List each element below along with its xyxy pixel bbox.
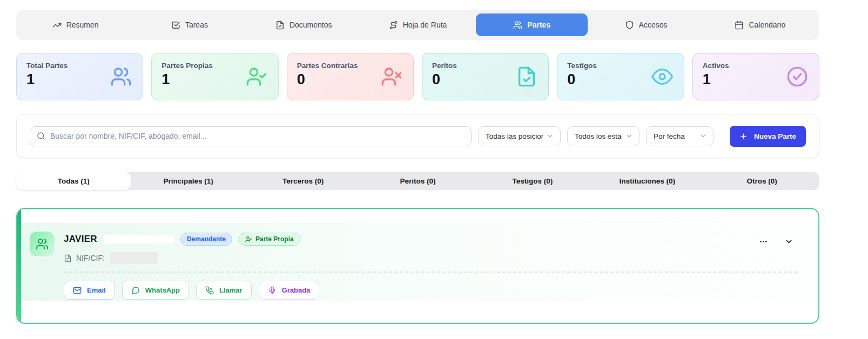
stat-card-partes-contrarias: Partes Contrarias 0: [287, 53, 414, 100]
tab-label: Calendario: [749, 21, 785, 29]
chevron-down-icon: [625, 132, 633, 140]
toolbar: Todas las posiciones Todos los estados P…: [16, 114, 819, 158]
more-options-button[interactable]: [758, 236, 769, 247]
eye-icon: [651, 66, 673, 87]
category-tab-label: Testigos (0): [513, 177, 553, 185]
status-filter-dropdown[interactable]: Todos los estados: [567, 126, 640, 146]
tab-accesos[interactable]: Accesos: [590, 13, 702, 36]
search-box[interactable]: [30, 126, 472, 146]
stat-card-activos: Activos 1: [692, 53, 819, 100]
category-tab-todas[interactable]: Todas (1): [16, 172, 131, 190]
party-info: JAVIER Demandante Parte Propia NIF/CIF:: [64, 232, 749, 264]
search-input[interactable]: [50, 132, 465, 140]
mail-icon: [73, 286, 82, 295]
tab-label: Accesos: [639, 21, 668, 29]
stat-card-peritos: Peritos 0: [422, 53, 549, 100]
whatsapp-button-label: WhatsApp: [145, 286, 180, 294]
tab-label: Hoja de Ruta: [403, 21, 447, 29]
message-circle-icon: [131, 286, 140, 295]
call-button[interactable]: Llamar: [196, 281, 252, 300]
category-tab-instituciones[interactable]: Instituciones (0): [590, 172, 704, 190]
users-icon: [513, 21, 522, 30]
category-tab-label: Peritos (0): [400, 177, 435, 185]
position-badge: Demandante: [180, 233, 232, 246]
file-check-icon: [516, 66, 537, 87]
users-icon: [36, 238, 49, 250]
user-x-icon: [381, 66, 402, 87]
tab-label: Tareas: [185, 21, 208, 29]
file-text-icon: [64, 254, 72, 262]
recorded-button-label: Grabada: [282, 286, 311, 294]
category-tab-otros[interactable]: Otros (0): [705, 172, 819, 190]
tab-label: Resumen: [66, 21, 99, 29]
category-tab-testigos[interactable]: Testigos (0): [475, 172, 590, 190]
new-party-button[interactable]: Nueva Parte: [730, 126, 806, 147]
users-icon: [110, 66, 132, 87]
tab-calendario[interactable]: Calendario: [704, 13, 816, 36]
tab-documentos[interactable]: Documentos: [248, 13, 360, 36]
category-tab-label: Todas (1): [58, 177, 90, 185]
category-tab-label: Principales (1): [163, 177, 213, 185]
calendar-icon: [735, 21, 744, 30]
dropdown-value: Todas las posiciones: [486, 132, 543, 140]
phone-call-icon: [205, 286, 214, 295]
mic-icon: [268, 286, 277, 295]
whatsapp-button[interactable]: WhatsApp: [122, 281, 189, 300]
recorded-button[interactable]: Grabada: [259, 281, 320, 300]
position-filter-dropdown[interactable]: Todas las posiciones: [478, 126, 561, 146]
chevron-down-icon: [546, 132, 554, 140]
nif-label: NIF/CIF:: [76, 254, 105, 262]
party-card-body: JAVIER Demandante Parte Propia NIF/CIF:: [21, 223, 817, 301]
category-tab-label: Terceros (0): [282, 177, 324, 185]
stat-card-partes-propias: Partes Propias 1: [151, 53, 278, 100]
more-horizontal-icon: [759, 237, 768, 246]
tab-resumen[interactable]: Resumen: [19, 13, 131, 36]
position-badge-label: Demandante: [187, 235, 226, 243]
party-card-actions: [758, 236, 795, 247]
route-icon: [389, 21, 398, 30]
plus-icon: [739, 132, 748, 140]
category-tab-terceros[interactable]: Terceros (0): [246, 172, 360, 190]
party-name: JAVIER: [64, 234, 97, 245]
chevron-down-icon: [784, 237, 793, 246]
dropdown-value: Por fecha: [654, 132, 696, 140]
category-tab-label: Otros (0): [747, 177, 777, 185]
tab-label: Documentos: [290, 21, 332, 29]
party-card: JAVIER Demandante Parte Propia NIF/CIF:: [16, 208, 819, 324]
email-button[interactable]: Email: [64, 281, 115, 300]
call-button-label: Llamar: [219, 286, 243, 294]
email-button-label: Email: [87, 286, 106, 294]
check-circle-icon: [786, 66, 808, 87]
redacted-name-block: [104, 235, 174, 243]
shield-icon: [625, 21, 634, 30]
main-tab-bar: Resumen Tareas Documentos Hoja de Ruta P…: [16, 10, 819, 40]
user-check-icon: [245, 236, 252, 243]
trending-up-icon: [52, 21, 62, 30]
tab-hoja-de-ruta[interactable]: Hoja de Ruta: [362, 13, 474, 36]
ownership-badge: Parte Propia: [239, 233, 300, 246]
dashed-divider: [64, 272, 798, 273]
file-text-icon: [275, 21, 285, 30]
tab-tareas[interactable]: Tareas: [133, 13, 245, 36]
stats-row: Total Partes 1 Partes Propias 1 Partes C…: [16, 53, 819, 100]
category-tab-peritos[interactable]: Peritos (0): [360, 172, 475, 190]
date-sort-dropdown[interactable]: Por fecha: [646, 126, 714, 146]
party-avatar: [30, 232, 55, 256]
category-tab-principales[interactable]: Principales (1): [131, 172, 245, 190]
tab-label: Partes: [527, 21, 550, 29]
check-square-icon: [171, 21, 180, 30]
user-check-icon: [246, 66, 267, 87]
stat-card-total-partes: Total Partes 1: [16, 53, 143, 100]
dropdown-value: Todos los estados: [575, 132, 622, 140]
contact-buttons-row: Email WhatsApp Llamar Grabada: [64, 281, 798, 300]
expand-card-button[interactable]: [783, 236, 795, 247]
tab-partes[interactable]: Partes: [476, 13, 588, 36]
category-tab-label: Instituciones (0): [620, 177, 676, 185]
page-container: Resumen Tareas Documentos Hoja de Ruta P…: [16, 10, 819, 324]
ownership-badge-label: Parte Propia: [255, 235, 294, 243]
chevron-down-icon: [699, 132, 707, 140]
redacted-nif-value: [110, 252, 158, 264]
stat-card-testigos: Testigos 0: [557, 53, 684, 100]
search-icon: [37, 132, 45, 140]
party-card-accent-bar: [17, 209, 21, 323]
